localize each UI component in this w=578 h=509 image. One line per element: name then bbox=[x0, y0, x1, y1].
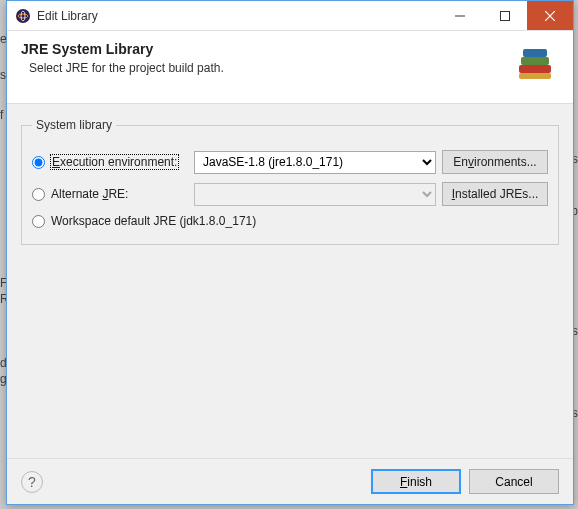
svg-rect-4 bbox=[500, 11, 509, 20]
dialog-window: Edit Library JRE System Library Select J… bbox=[6, 0, 574, 505]
workspace-default-radio-input[interactable] bbox=[32, 215, 45, 228]
finish-button[interactable]: Finish bbox=[371, 469, 461, 494]
workspace-default-radio[interactable]: Workspace default JRE (jdk1.8.0_171) bbox=[32, 214, 256, 228]
alternate-jre-row: Alternate JRE: Installed JREs... bbox=[32, 182, 548, 206]
close-button[interactable] bbox=[527, 1, 573, 30]
window-title: Edit Library bbox=[37, 9, 437, 23]
system-library-group: System library Execution environment: Ja… bbox=[21, 118, 559, 245]
installed-jres-button[interactable]: Installed JREs... bbox=[442, 182, 548, 206]
svg-rect-10 bbox=[519, 73, 551, 79]
alternate-jre-radio-label: Alternate JRE: bbox=[51, 187, 128, 201]
help-icon[interactable]: ? bbox=[21, 471, 43, 493]
bg-text: f bbox=[0, 108, 3, 122]
exec-env-radio-label: Execution environment: bbox=[51, 155, 178, 169]
exec-env-radio-input[interactable] bbox=[32, 156, 45, 169]
dialog-footer: ? Finish Cancel bbox=[7, 458, 573, 504]
page-title: JRE System Library bbox=[21, 41, 511, 57]
eclipse-icon bbox=[15, 8, 31, 24]
window-controls bbox=[437, 1, 573, 30]
alternate-jre-radio[interactable]: Alternate JRE: bbox=[32, 187, 188, 201]
dialog-header-text: JRE System Library Select JRE for the pr… bbox=[21, 41, 511, 75]
workspace-default-row: Workspace default JRE (jdk1.8.0_171) bbox=[32, 214, 548, 228]
dialog-content: System library Execution environment: Ja… bbox=[7, 104, 573, 458]
exec-env-radio[interactable]: Execution environment: bbox=[32, 155, 188, 169]
alternate-jre-combo bbox=[194, 183, 436, 206]
dialog-header: JRE System Library Select JRE for the pr… bbox=[7, 31, 573, 104]
workspace-default-radio-label: Workspace default JRE (jdk1.8.0_171) bbox=[51, 214, 256, 228]
cancel-button[interactable]: Cancel bbox=[469, 469, 559, 494]
page-subtitle: Select JRE for the project build path. bbox=[21, 61, 511, 75]
exec-env-combo[interactable]: JavaSE-1.8 (jre1.8.0_171) bbox=[194, 151, 436, 174]
svg-rect-9 bbox=[523, 49, 547, 57]
titlebar: Edit Library bbox=[7, 1, 573, 31]
library-books-icon bbox=[511, 41, 559, 89]
svg-rect-7 bbox=[519, 65, 551, 73]
maximize-button[interactable] bbox=[482, 1, 527, 30]
exec-env-row: Execution environment: JavaSE-1.8 (jre1.… bbox=[32, 150, 548, 174]
environments-button[interactable]: Environments... bbox=[442, 150, 548, 174]
alternate-jre-radio-input[interactable] bbox=[32, 188, 45, 201]
svg-rect-8 bbox=[521, 57, 549, 65]
minimize-button[interactable] bbox=[437, 1, 482, 30]
group-legend: System library bbox=[32, 118, 116, 132]
